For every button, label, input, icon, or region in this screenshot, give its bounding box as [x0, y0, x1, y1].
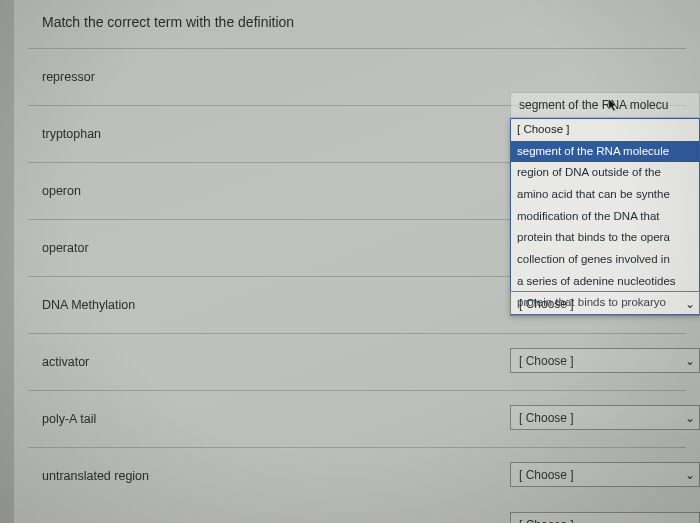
- definition-select[interactable]: [ Choose ] ⌄: [510, 462, 700, 487]
- matching-question: Match the correct term with the definiti…: [0, 0, 700, 523]
- select-option[interactable]: a series of adenine nucleotides: [511, 271, 699, 293]
- term-label: repressor: [42, 70, 95, 84]
- definition-select[interactable]: [ Choose ] ⌄: [510, 291, 700, 316]
- term-label: operon: [42, 184, 81, 198]
- select-placeholder: [ Choose ]: [519, 354, 574, 368]
- select-option[interactable]: modification of the DNA that: [511, 206, 699, 228]
- select-option[interactable]: segment of the RNA molecule: [511, 141, 699, 163]
- select-placeholder: [ Choose ]: [519, 468, 574, 482]
- chevron-down-icon: ⌄: [685, 354, 695, 368]
- definition-select[interactable]: [ Choose ] ⌄: [510, 348, 700, 373]
- select-option[interactable]: region of DNA outside of the: [511, 162, 699, 184]
- select-placeholder: [ Choose ]: [519, 411, 574, 425]
- term-label: activator: [42, 355, 89, 369]
- term-label: DNA Methylation: [42, 298, 135, 312]
- select-placeholder: [ Choose ]: [519, 518, 574, 524]
- select-option[interactable]: protein that binds to the opera: [511, 227, 699, 249]
- definition-select-open[interactable]: segment of the RNA molecu [ Choose ] seg…: [510, 92, 700, 315]
- definition-select[interactable]: [ Choose ] ⌄: [510, 512, 700, 523]
- select-dropdown-list[interactable]: [ Choose ] segment of the RNA molecule r…: [510, 118, 700, 315]
- definition-select[interactable]: [ Choose ] ⌄: [510, 405, 700, 430]
- select-placeholder: [ Choose ]: [519, 297, 574, 311]
- chevron-down-icon: ⌄: [685, 297, 695, 311]
- chevron-down-icon: ⌄: [685, 411, 695, 425]
- select-option[interactable]: collection of genes involved in: [511, 249, 699, 271]
- term-label: tryptophan: [42, 127, 101, 141]
- term-label: poly-A tail: [42, 412, 96, 426]
- select-current-value[interactable]: segment of the RNA molecu: [510, 92, 700, 118]
- select-current-text: segment of the RNA molecu: [519, 98, 668, 112]
- chevron-down-icon: ⌄: [685, 518, 695, 524]
- question-instruction: Match the correct term with the definiti…: [0, 14, 700, 48]
- term-label: operator: [42, 241, 89, 255]
- chevron-down-icon: ⌄: [685, 468, 695, 482]
- term-label: untranslated region: [42, 469, 149, 483]
- select-option[interactable]: [ Choose ]: [511, 119, 699, 141]
- select-option[interactable]: amino acid that can be synthe: [511, 184, 699, 206]
